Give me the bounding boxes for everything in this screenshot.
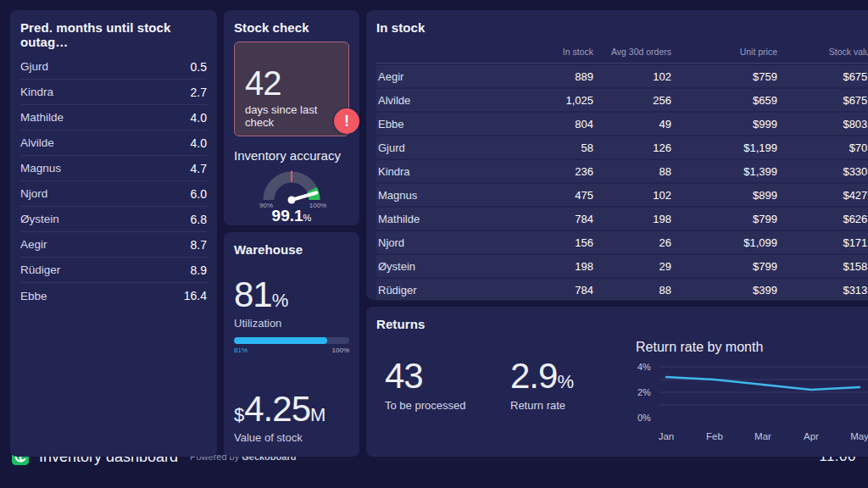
table-row: Magnus475102$899$427K xyxy=(376,184,868,206)
cell-value: 29 xyxy=(593,260,671,273)
cell-value: $626K xyxy=(777,213,868,225)
utilization-progress-fill xyxy=(234,337,327,344)
cell-value: $899 xyxy=(671,189,777,202)
right-column: In stock In stockAvg 30d ordersUnit pric… xyxy=(366,10,868,457)
panel-stock-check-title: Stock check xyxy=(234,20,349,35)
cell-value: 156 xyxy=(509,236,593,249)
item-value: 0.5 xyxy=(191,60,207,74)
column-header: In stock xyxy=(509,47,593,57)
inventory-accuracy-gauge: 90% 100% 99.1% xyxy=(234,164,349,225)
cell-name: Ebbe xyxy=(376,118,509,130)
panel-in-stock: In stock In stockAvg 30d ordersUnit pric… xyxy=(366,10,868,300)
cell-value: 102 xyxy=(593,70,671,83)
stock-check-alert-box: 42 days since last check ! xyxy=(234,42,349,136)
list-item: Alvilde4.0 xyxy=(20,130,207,156)
panel-warehouse: Warehouse 81% Utilization 81% 100% xyxy=(224,232,359,457)
item-value: 4.0 xyxy=(191,111,207,125)
cell-value: $675K xyxy=(777,94,868,107)
cell-value: 58 xyxy=(509,141,593,154)
panel-stock-check: Stock check 42 days since last check ! I… xyxy=(224,10,359,225)
cell-value: 198 xyxy=(509,260,593,273)
cell-value: 88 xyxy=(593,165,671,178)
return-rate-chart-box: Return rate by month 0%2%4%JanFebMarAprM… xyxy=(636,336,868,448)
returns-body: 43 To be processed 2.9% Return rate Retu… xyxy=(376,336,868,448)
inventory-dashboard: Pred. months until stock outag… Gjurd0.5… xyxy=(0,0,868,488)
cell-value: $1,099 xyxy=(671,236,777,249)
gauge-max-label: 100% xyxy=(309,202,326,208)
cell-value: $171K xyxy=(777,236,868,249)
y-axis-tick-label: 0% xyxy=(637,413,651,423)
cell-name: Gjurd xyxy=(376,141,509,154)
column-header: Unit price xyxy=(671,47,777,57)
y-axis-tick-label: 2% xyxy=(637,387,651,397)
cell-value: 88 xyxy=(593,284,671,297)
alert-exclamation-icon: ! xyxy=(334,108,359,134)
days-since-check-value: 42 xyxy=(245,66,338,100)
cell-value: $1,399 xyxy=(671,165,777,178)
table-row: Rüdiger78488$399$313K xyxy=(376,279,868,301)
utilization-label: Utilization xyxy=(234,317,349,330)
cell-value: $803K xyxy=(777,118,868,130)
cell-value: 784 xyxy=(509,284,593,297)
stock-value-number: $4.25M xyxy=(234,391,349,427)
cell-value: 804 xyxy=(509,118,593,130)
in-stock-table-header: In stockAvg 30d ordersUnit priceStock va… xyxy=(376,40,868,64)
utilization-progress-bar xyxy=(234,337,349,344)
list-item: Mathilde4.0 xyxy=(20,105,207,130)
gauge-arc: 90% 100% xyxy=(251,164,332,208)
days-since-check-label: days since last check xyxy=(245,103,338,129)
panel-warehouse-title: Warehouse xyxy=(234,242,349,257)
table-row: Mathilde784198$799$626K xyxy=(376,208,868,230)
list-item: Njord6.0 xyxy=(20,181,207,207)
utilization-value: 81% xyxy=(234,277,349,313)
x-axis-tick-label: Feb xyxy=(706,431,723,441)
item-value: 6.0 xyxy=(191,187,207,201)
list-item: Gjurd0.5 xyxy=(20,54,207,80)
column-header: Stock value xyxy=(777,47,868,57)
table-row: Ebbe80449$999$803K xyxy=(376,113,868,135)
utilization-bar-labels: 81% 100% xyxy=(234,347,349,354)
cell-value: 784 xyxy=(509,213,593,225)
middle-column: Stock check 42 days since last check ! I… xyxy=(224,10,359,457)
item-name: Ebbe xyxy=(20,290,47,302)
item-name: Øystein xyxy=(20,213,59,225)
table-row: Gjurd58126$1,199$70K xyxy=(376,136,868,158)
x-axis-tick-label: Jan xyxy=(659,431,675,441)
table-row: Kindra23688$1,399$330K xyxy=(376,160,868,182)
cell-value: 889 xyxy=(509,70,593,83)
cell-value: 236 xyxy=(509,165,593,178)
gauge-pivot xyxy=(288,197,296,204)
cell-value: $427K xyxy=(777,189,868,202)
stock-outage-list: Gjurd0.5Kindra2.7Mathilde4.0Alvilde4.0Ma… xyxy=(20,54,207,308)
bar-max-label: 100% xyxy=(332,347,349,354)
panel-stock-outage-title: Pred. months until stock outag… xyxy=(20,20,207,49)
cell-value: $313K xyxy=(777,284,868,297)
cell-name: Rüdiger xyxy=(376,284,509,297)
item-value: 8.9 xyxy=(191,263,207,277)
cell-value: 26 xyxy=(593,236,671,249)
cell-value: $999 xyxy=(671,118,777,130)
list-item: Aegir8.7 xyxy=(20,232,207,258)
table-row: Alvilde1,025256$659$675K xyxy=(376,89,868,111)
list-item: Øystein6.8 xyxy=(20,207,207,232)
item-value: 8.7 xyxy=(191,238,207,252)
cell-value: $330K xyxy=(777,165,868,178)
return-rate-line-chart: 0%2%4%JanFebMarAprMay xyxy=(636,357,868,445)
cell-name: Alvilde xyxy=(376,94,509,107)
cell-name: Magnus xyxy=(376,189,509,202)
item-value: 4.7 xyxy=(191,162,207,175)
stock-value-widget: $4.25M Value of stock xyxy=(234,391,349,444)
panel-returns: Returns 43 To be processed 2.9% Return r… xyxy=(366,307,868,457)
table-row: Aegir889102$759$675K xyxy=(376,65,868,87)
cell-value: $675K xyxy=(777,70,868,83)
list-item: Rüdiger8.9 xyxy=(20,258,207,283)
stock-value-label: Value of stock xyxy=(234,431,349,444)
utilization-widget: 81% Utilization 81% 100% xyxy=(234,277,349,354)
item-name: Alvilde xyxy=(20,136,54,149)
item-value: 4.0 xyxy=(191,136,207,150)
cell-value: $659 xyxy=(671,94,777,107)
list-item: Ebbe16.4 xyxy=(20,283,207,308)
bar-current-label: 81% xyxy=(234,347,248,354)
list-item: Magnus4.7 xyxy=(20,156,207,181)
cell-value: $70K xyxy=(777,141,868,154)
